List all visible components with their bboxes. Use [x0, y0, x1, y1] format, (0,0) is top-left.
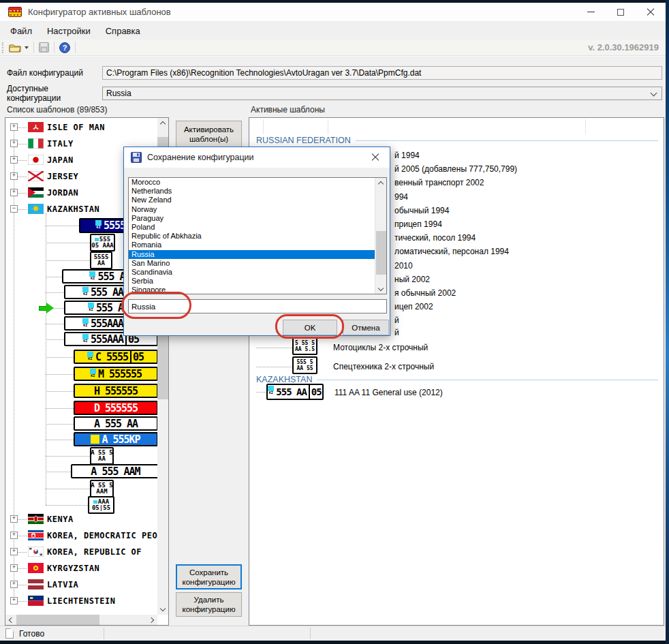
tree-node-korea-republic-of[interactable]: KOREA, REPUBLIC OF [47, 547, 142, 557]
available-configs-select[interactable]: Russia [102, 87, 662, 100]
delete-config-button[interactable]: Удалить конфигурацию [176, 592, 242, 617]
active-template-row[interactable]: й [394, 316, 399, 325]
tree-connector [46, 357, 74, 358]
tree-node-jersey[interactable]: JERSEY [47, 172, 78, 181]
close-button[interactable] [636, 3, 666, 21]
dialog-country-item[interactable]: Scandinavia [129, 268, 386, 277]
active-template-row[interactable]: ломатический, персонал 1994 [394, 247, 509, 256]
scroll-down-arrow[interactable] [157, 604, 168, 615]
dialog-country-item[interactable]: Romania [129, 241, 386, 249]
active-template-row[interactable]: венный транспорт 2002 [394, 178, 484, 187]
active-template-row[interactable]: й [394, 328, 399, 337]
expand-toggle-kazakhstan[interactable]: − [10, 205, 18, 213]
tree-node-isle-of-man[interactable]: ISLE OF MAN [47, 123, 105, 132]
dialog-country-item-selected[interactable]: Russia [129, 250, 386, 259]
cancel-button[interactable]: Отмена [343, 320, 389, 335]
save-config-toolbar-button[interactable] [37, 41, 51, 54]
dialog-list-scrollbar[interactable] [375, 178, 386, 294]
expand-toggle-kyrgyzstan[interactable]: + [10, 564, 18, 572]
tree-plate-node[interactable]: A 555 AAM [71, 464, 160, 478]
tree-node-liechtenstein[interactable]: LIECHTENSTEIN [47, 596, 115, 606]
kz-mini-flag [93, 500, 97, 504]
active-template-row[interactable]: й 1994 [394, 151, 420, 160]
japan-flag-icon [28, 155, 44, 165]
tree-plate-node[interactable]: A 555KP [74, 432, 158, 446]
expand-toggle-japan[interactable]: + [10, 156, 18, 164]
open-dropdown-caret-icon[interactable] [25, 46, 29, 49]
active-template-row[interactable]: прицеп 1994 [394, 219, 442, 229]
active-template-row[interactable]: тический, посол 1994 [394, 233, 476, 243]
expand-toggle-italy[interactable]: + [10, 140, 18, 147]
dialog-country-item[interactable]: Morocco [129, 178, 386, 187]
active-template-row[interactable]: я обычный 2002 [394, 288, 456, 298]
tree-hscroll-thumb[interactable] [16, 615, 99, 625]
active-template-row[interactable]: 111 AA 11 General use (2012) [334, 388, 443, 397]
dialog-country-item[interactable]: Paraguay [129, 214, 386, 223]
expand-toggle-jordan[interactable]: + [10, 189, 18, 196]
tree-plate-node[interactable]: D 555555 [74, 401, 158, 415]
tree-node-japan[interactable]: JAPAN [47, 155, 74, 165]
menu-file[interactable]: Файл [3, 23, 40, 39]
help-button[interactable]: ? [57, 41, 72, 55]
tree-horizontal-scrollbar[interactable] [5, 615, 157, 625]
tree-node-latvia[interactable]: LATVIA [47, 580, 78, 589]
dialog-country-item[interactable]: San Marino [129, 259, 386, 268]
expand-toggle-isle-of-man[interactable]: + [10, 123, 18, 131]
dialog-country-item[interactable]: Poland [129, 223, 386, 232]
tree-plate-node[interactable]: 55505 AAA [90, 234, 115, 251]
tree-plate-node[interactable]: KZM 555555 [74, 367, 158, 381]
tree-connector [46, 472, 71, 472]
active-template-row[interactable]: обычный 1994 [394, 206, 449, 215]
combo-chevron-down-icon[interactable] [651, 90, 657, 97]
config-file-label: Файл конфигураций [7, 68, 102, 78]
menu-help[interactable]: Справка [98, 23, 148, 39]
active-template-row[interactable]: 2010 [394, 261, 413, 271]
expand-toggle-liechtenstein[interactable]: + [10, 597, 18, 604]
activate-templates-button[interactable]: Активировать шаблон(ы) [176, 121, 242, 148]
menu-settings[interactable]: Настройки [40, 23, 98, 39]
save-config-button[interactable]: Сохранить конфигурацию [176, 564, 242, 589]
active-template-row[interactable]: 994 [394, 192, 408, 202]
dialog-country-item[interactable]: Netherlands [129, 187, 386, 196]
dialog-scroll-up-arrow[interactable] [375, 178, 386, 187]
tree-node-italy[interactable]: ITALY [47, 139, 74, 149]
tree-plate-node[interactable]: A 55 5AAM [90, 480, 114, 497]
dialog-country-list[interactable]: MoroccoNetherlandsNew ZelandNorwayParagu… [128, 177, 387, 294]
tree-node-korea-democratic-people[interactable]: KOREA, DEMOCRATIC PEOPLE [47, 531, 169, 540]
expand-toggle-jersey[interactable]: + [10, 172, 18, 180]
scroll-up-arrow[interactable] [157, 118, 168, 128]
tree-node-jordan[interactable]: JORDAN [47, 188, 78, 198]
dialog-country-item[interactable]: Norway [129, 205, 386, 214]
tree-plate-node[interactable]: A 555 AA [74, 416, 158, 431]
dialog-close-button[interactable] [361, 147, 390, 168]
tree-node-kenya[interactable]: KENYA [47, 515, 74, 524]
open-config-button[interactable] [7, 42, 31, 54]
tree-plate-node[interactable]: A 55 5AA [90, 447, 114, 465]
expand-toggle-kenya[interactable]: + [10, 515, 18, 523]
tree-plate-node[interactable]: AAA05|55 [88, 496, 114, 514]
expand-toggle-latvia[interactable]: + [10, 581, 18, 588]
tree-plate-node[interactable]: H 555555 [74, 384, 158, 398]
active-template-row[interactable]: Спецтехника 2-х строчный [333, 362, 434, 371]
dialog-country-item[interactable]: Republic of Abkhazia [129, 232, 386, 241]
dialog-country-item[interactable]: New Zeland [129, 196, 386, 204]
dialog-scroll-thumb[interactable] [376, 231, 386, 275]
tree-plate-node[interactable]: 5555AA [90, 251, 112, 269]
scroll-right-arrow[interactable] [147, 615, 157, 625]
tree-node-kazakhstan[interactable]: KAZAKHSTAN [47, 204, 99, 214]
tree-node-kyrgyzstan[interactable]: KYRGYZSTAN [47, 564, 99, 573]
expand-toggle-korea-democratic-people[interactable]: + [10, 532, 18, 539]
tree-child-trunk-line [46, 213, 46, 505]
active-template-row[interactable]: Мотоциклы 2-х строчный [333, 343, 428, 352]
templates-list-title: Список шаблонов (89/853) [7, 105, 107, 114]
dialog-scroll-down-arrow[interactable] [375, 284, 386, 294]
scroll-left-arrow[interactable] [5, 615, 16, 625]
tree-plate-node[interactable]: KZC 555505 [74, 350, 158, 364]
active-template-row[interactable]: ицеп 2002 [394, 302, 433, 311]
minimize-button[interactable] [576, 3, 606, 21]
active-template-row[interactable]: ный 2002 [394, 275, 430, 284]
active-template-row[interactable]: й 2005 (добавлены 777,750,799) [394, 164, 517, 174]
expand-toggle-korea-republic-of[interactable]: + [10, 548, 18, 555]
maximize-button[interactable] [606, 3, 636, 21]
dialog-country-item[interactable]: Serbia [129, 277, 386, 286]
